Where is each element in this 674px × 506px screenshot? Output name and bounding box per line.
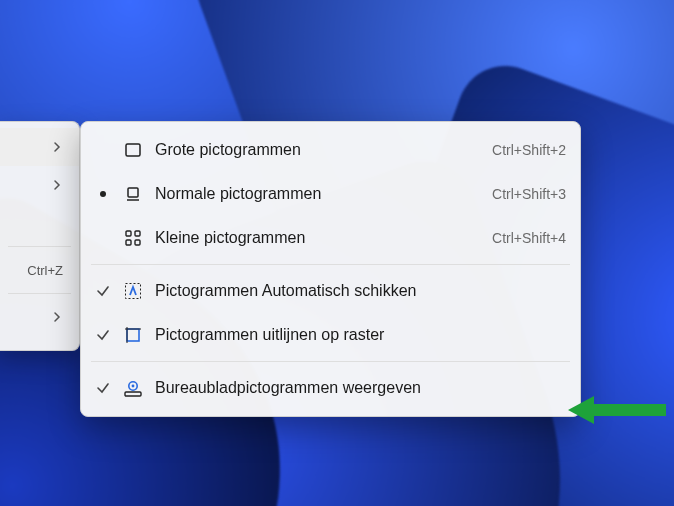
- medium-icons-icon: [117, 184, 149, 204]
- menu-separator: [8, 246, 71, 247]
- menu-item-medium-icons[interactable]: Normale pictogrammen Ctrl+Shift+3: [81, 172, 580, 216]
- svg-rect-1: [128, 188, 138, 197]
- svg-point-13: [132, 385, 135, 388]
- menu-item-small-icons[interactable]: Kleine pictogrammen Ctrl+Shift+4: [81, 216, 580, 260]
- shortcut-text: Ctrl+Shift+4: [480, 230, 566, 246]
- parent-context-menu[interactable]: Ctrl+Z: [0, 121, 80, 351]
- parent-menu-item[interactable]: [0, 128, 79, 166]
- svg-rect-0: [126, 144, 140, 156]
- menu-separator: [8, 293, 71, 294]
- svg-rect-8: [127, 329, 139, 341]
- menu-item-large-icons[interactable]: Grote pictogrammen Ctrl+Shift+2: [81, 128, 580, 172]
- menu-item-label: Grote pictogrammen: [149, 141, 480, 159]
- menu-item-auto-arrange[interactable]: Pictogrammen Automatisch schikken: [81, 269, 580, 313]
- shortcut-text: Ctrl+Shift+2: [480, 142, 566, 158]
- show-desktop-icons-icon: [117, 378, 149, 398]
- parent-menu-item[interactable]: [0, 166, 79, 204]
- shortcut-text: Ctrl+Z: [27, 263, 63, 278]
- chevron-right-icon: [51, 179, 63, 191]
- large-icons-icon: [117, 140, 149, 160]
- svg-rect-4: [135, 231, 140, 236]
- menu-item-label: Pictogrammen Automatisch schikken: [149, 282, 554, 300]
- menu-separator: [91, 264, 570, 265]
- view-submenu[interactable]: Grote pictogrammen Ctrl+Shift+2 Normale …: [80, 121, 581, 417]
- svg-rect-6: [135, 240, 140, 245]
- chevron-right-icon: [51, 311, 63, 323]
- menu-item-align-grid[interactable]: Pictogrammen uitlijnen op raster: [81, 313, 580, 357]
- check-mark: [89, 284, 117, 298]
- check-mark: [89, 381, 117, 395]
- menu-item-label: Bureaubladpictogrammen weergeven: [149, 379, 554, 397]
- parent-menu-item[interactable]: [0, 298, 79, 336]
- small-icons-icon: [117, 228, 149, 248]
- parent-menu-item[interactable]: Ctrl+Z: [0, 251, 79, 289]
- chevron-right-icon: [51, 141, 63, 153]
- radio-mark: [89, 191, 117, 197]
- menu-item-label: Pictogrammen uitlijnen op raster: [149, 326, 554, 344]
- svg-rect-11: [125, 392, 141, 396]
- shortcut-text: Ctrl+Shift+3: [480, 186, 566, 202]
- check-mark: [89, 328, 117, 342]
- align-grid-icon: [117, 325, 149, 345]
- parent-menu-item[interactable]: [0, 204, 79, 242]
- svg-rect-5: [126, 240, 131, 245]
- auto-arrange-icon: [117, 281, 149, 301]
- menu-separator: [91, 361, 570, 362]
- menu-item-label: Normale pictogrammen: [149, 185, 480, 203]
- menu-item-show-desktop-icons[interactable]: Bureaubladpictogrammen weergeven: [81, 366, 580, 410]
- menu-item-label: Kleine pictogrammen: [149, 229, 480, 247]
- svg-rect-3: [126, 231, 131, 236]
